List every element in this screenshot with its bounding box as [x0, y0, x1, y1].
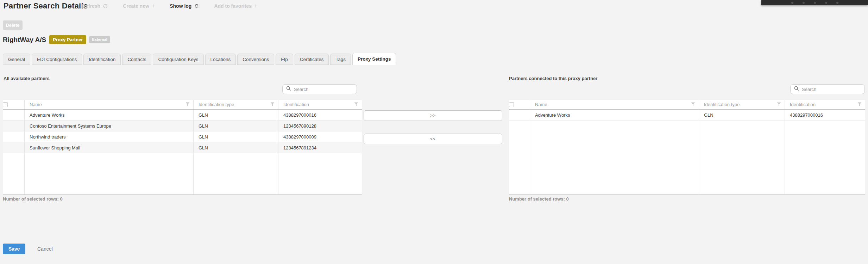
tab-proxy-settings[interactable]: Proxy Settings — [352, 53, 396, 65]
tab-certificates[interactable]: Certificates — [295, 54, 329, 65]
partner-name: RightWay A/S — [3, 36, 46, 44]
tab-configuration-keys[interactable]: Configuration Keys — [153, 54, 203, 65]
overlay-icon — [791, 2, 793, 4]
column-header-identification: Identification — [790, 102, 816, 107]
search-input[interactable] — [802, 87, 861, 92]
partner-name-cell: Northwind traders — [25, 131, 194, 142]
selected-rows-count: Number of selected rows: 0 — [3, 196, 63, 202]
proxy-partner-badge: Proxy Partner — [49, 35, 86, 44]
filter-icon[interactable] — [270, 102, 275, 107]
tab-edi-configurations[interactable]: EDI Configurations — [32, 54, 82, 65]
show-log-button[interactable]: Show log — [170, 3, 199, 9]
identification-type-cell: GLN — [194, 110, 278, 120]
identification-type-cell: GLN — [194, 131, 278, 142]
column-header-identification-type: Identification type — [199, 102, 234, 107]
identification-type-cell: GLN — [194, 142, 278, 153]
identification-cell: 4388297000016 — [785, 110, 865, 120]
partner-search-details-page: Partner Search Details Refresh Create ne… — [0, 0, 868, 264]
bell-icon — [194, 3, 199, 9]
column-header-identification-type: Identification type — [704, 102, 740, 107]
delete-button[interactable]: Delete — [3, 20, 23, 30]
available-partners-table: Name Identification type Identification … — [3, 100, 362, 195]
available-partners-label: All available partners — [4, 76, 50, 81]
move-right-button[interactable]: >> — [364, 110, 502, 121]
overlay-icon — [803, 2, 805, 4]
connected-partners-label: Partners connected to this proxy partner — [509, 76, 597, 81]
overlay-icon — [836, 2, 838, 4]
refresh-label: Refresh — [82, 3, 100, 9]
table-row[interactable]: Adventure Works GLN 4388297000016 — [3, 110, 362, 121]
show-log-label: Show log — [170, 3, 191, 9]
filter-icon[interactable] — [354, 102, 358, 107]
plus-icon: + — [254, 3, 257, 9]
create-new-button[interactable]: Create new + — [123, 3, 155, 9]
cancel-button[interactable]: Cancel — [37, 246, 53, 252]
table-empty-area — [3, 153, 362, 194]
filter-icon[interactable] — [857, 102, 862, 107]
partner-name-cell: Contoso Entertainment Systems Europe — [25, 121, 194, 131]
overlay-icon — [814, 2, 816, 4]
available-partners-search[interactable] — [282, 84, 357, 94]
identification-cell: 4388297000016 — [278, 110, 362, 120]
search-icon — [794, 86, 799, 92]
save-button[interactable]: Save — [3, 244, 25, 254]
table-row[interactable]: Adventure Works GLN 4388297000016 — [509, 110, 865, 121]
page-title: Partner Search Details — [4, 1, 88, 11]
search-icon — [286, 86, 291, 92]
tab-bar: General EDI Configurations Identificatio… — [3, 53, 397, 65]
column-header-name: Name — [30, 102, 42, 107]
table-row[interactable]: Northwind traders GLN 4388297000009 — [3, 131, 362, 142]
partner-name-cell: Adventure Works — [530, 110, 699, 120]
toolbar: Refresh Create new + Show log Add to fav… — [82, 3, 272, 9]
plus-icon: + — [152, 3, 155, 9]
tab-contacts[interactable]: Contacts — [122, 54, 151, 65]
search-input[interactable] — [294, 87, 353, 92]
table-header: Name Identification type Identification — [509, 100, 865, 110]
table-empty-area — [509, 121, 865, 194]
column-header-name: Name — [535, 102, 547, 107]
refresh-button[interactable]: Refresh — [82, 3, 108, 9]
filter-icon[interactable] — [185, 102, 190, 107]
tab-identification[interactable]: Identification — [83, 54, 121, 65]
tab-general[interactable]: General — [3, 54, 30, 65]
partner-name-cell: Adventure Works — [25, 110, 194, 120]
identification-cell: 4388297000009 — [278, 131, 362, 142]
select-all-checkbox[interactable] — [509, 102, 514, 107]
filter-icon[interactable] — [777, 102, 781, 107]
identification-cell: 1234567890128 — [278, 121, 362, 131]
select-all-checkbox[interactable] — [3, 102, 8, 107]
add-to-favorites-button[interactable]: Add to favorites + — [214, 3, 257, 9]
table-row[interactable]: Contoso Entertainment Systems Europe GLN… — [3, 121, 362, 131]
identification-type-cell: GLN — [194, 121, 278, 131]
column-header-identification: Identification — [283, 102, 309, 107]
add-to-favorites-label: Add to favorites — [214, 3, 252, 9]
connected-partners-table: Name Identification type Identification … — [509, 100, 865, 195]
table-header: Name Identification type Identification — [3, 100, 362, 110]
refresh-icon — [103, 4, 108, 9]
identification-type-cell: GLN — [699, 110, 785, 120]
connected-partners-search[interactable] — [790, 84, 865, 94]
external-badge: External — [89, 36, 110, 43]
selected-rows-count: Number of selected rows: 0 — [509, 196, 569, 202]
filter-icon[interactable] — [691, 102, 695, 107]
table-row[interactable]: Sunflower Shopping Mall GLN 123456789123… — [3, 142, 362, 153]
partner-name-cell: Sunflower Shopping Mall — [25, 142, 194, 153]
move-left-button[interactable]: << — [364, 134, 502, 144]
tab-locations[interactable]: Locations — [205, 54, 236, 65]
tab-ftp[interactable]: Ftp — [276, 54, 293, 65]
create-new-label: Create new — [123, 3, 149, 9]
tab-tags[interactable]: Tags — [330, 54, 351, 65]
identification-cell: 1234567891234 — [278, 142, 362, 153]
tab-conversions[interactable]: Conversions — [237, 54, 274, 65]
overlay-icon — [825, 2, 827, 4]
screen-overlay-bar — [761, 0, 868, 5]
partner-heading: RightWay A/S Proxy Partner External — [3, 35, 110, 44]
